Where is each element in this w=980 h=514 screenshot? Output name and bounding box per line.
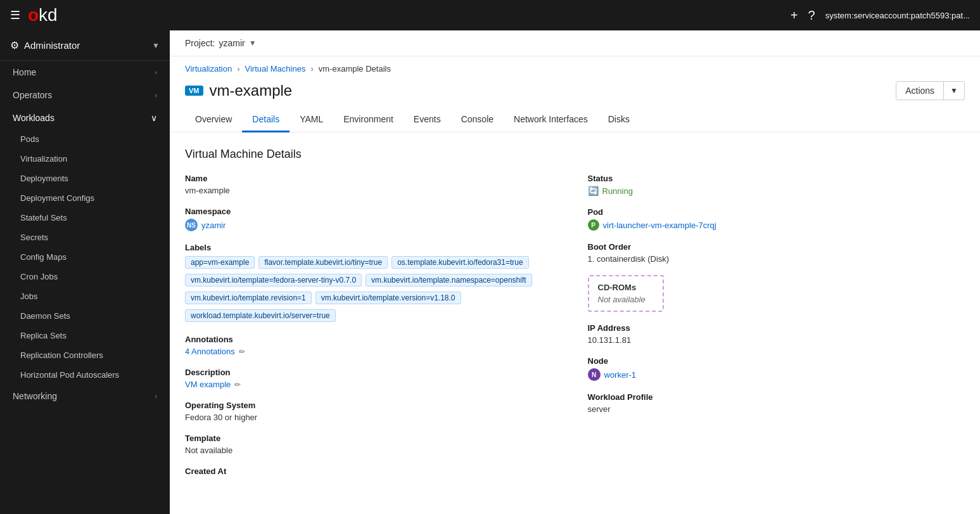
template-value: Not available [185, 446, 563, 455]
os-value: Fedora 30 or higher [185, 413, 563, 422]
admin-chevron-icon: ▼ [152, 41, 160, 50]
sidebar-item-networking[interactable]: Networking › [0, 385, 170, 408]
tab-overview[interactable]: Overview [185, 108, 242, 132]
label-tag[interactable]: vm.kubevirt.io/template.revision=1 [185, 292, 312, 304]
sidebar-item-replica-sets[interactable]: Replica Sets [0, 326, 170, 345]
actions-button[interactable]: Actions ▼ [896, 81, 965, 100]
sidebar-item-operators[interactable]: Operators › [0, 84, 170, 106]
detail-pod: Pod P virt-launcher-vm-example-7crqj [588, 207, 965, 231]
sidebar-item-deployments[interactable]: Deployments [0, 169, 170, 188]
right-column: Status 🔄 Running Pod P virt-launcher-vm-… [588, 174, 965, 487]
node-link[interactable]: worker-1 [604, 370, 637, 380]
detail-operating-system: Operating System Fedora 30 or higher [185, 401, 563, 422]
admin-icon: ⚙ [10, 39, 19, 51]
chevron-right-icon: › [155, 392, 157, 400]
actions-chevron-icon: ▼ [944, 82, 964, 99]
left-column: Name vm-example Namespace NS yzamir Labe… [185, 174, 563, 487]
namespace-icon: NS [185, 219, 198, 231]
tab-environment[interactable]: Environment [333, 108, 404, 132]
sidebar-item-workloads[interactable]: Workloads ∨ [0, 106, 170, 129]
admin-selector[interactable]: ⚙ Administrator ▼ [0, 30, 170, 61]
cd-rom-title: CD-ROMs [598, 283, 654, 292]
sidebar-item-secrets[interactable]: Secrets [0, 228, 170, 247]
sidebar-item-daemon-sets[interactable]: Daemon Sets [0, 306, 170, 326]
sidebar-item-virtualization[interactable]: Virtualization [0, 149, 170, 169]
sidebar-item-pods[interactable]: Pods [0, 129, 170, 149]
project-selector[interactable]: Project: yzamir ▼ [185, 38, 257, 48]
sidebar-label-daemon-sets: Daemon Sets [20, 311, 70, 321]
workload-profile-label: Workload Profile [588, 392, 965, 402]
description-pencil-icon: ✏ [234, 380, 241, 389]
detail-status: Status 🔄 Running [588, 174, 965, 196]
sidebar-label-home: Home [13, 67, 36, 77]
tab-events[interactable]: Events [404, 108, 451, 132]
sidebar-item-replication-controllers[interactable]: Replication Controllers [0, 345, 170, 365]
user-account[interactable]: system:serviceaccount:patch5593:pat... [825, 11, 970, 20]
namespace-value: NS yzamir [185, 219, 226, 231]
breadcrumb-virtualization[interactable]: Virtualization [185, 64, 232, 74]
sidebar-label-jobs: Jobs [20, 292, 37, 301]
detail-cd-roms: CD-ROMs Not available [588, 275, 965, 312]
namespace-link[interactable]: yzamir [201, 221, 226, 230]
help-icon[interactable]: ? [808, 8, 815, 23]
sidebar-label-deployments: Deployments [20, 174, 68, 183]
project-bar: Project: yzamir ▼ [170, 30, 980, 56]
sidebar-item-config-maps[interactable]: Config Maps [0, 247, 170, 267]
sidebar-item-cron-jobs[interactable]: Cron Jobs [0, 267, 170, 286]
breadcrumb-virtual-machines[interactable]: Virtual Machines [245, 64, 306, 74]
tab-disks[interactable]: Disks [598, 108, 640, 132]
pod-icon: P [588, 219, 599, 231]
label-tag[interactable]: vm.kubevirt.io/template.namespace=opensh… [366, 274, 531, 286]
add-icon[interactable]: + [791, 8, 798, 23]
vm-badge: VM [185, 86, 203, 96]
description-link[interactable]: VM example ✏ [185, 380, 241, 389]
pod-label: Pod [588, 207, 965, 217]
label-tag[interactable]: os.template.kubevirt.io/fedora31=true [391, 256, 528, 269]
name-label: Name [185, 174, 563, 183]
label-tag[interactable]: app=vm-example [185, 256, 255, 269]
tab-console[interactable]: Console [451, 108, 504, 132]
sidebar-label-networking: Networking [13, 391, 57, 401]
sidebar-label-stateful-sets: Stateful Sets [20, 213, 67, 222]
description-label: Description [185, 368, 563, 377]
label-tag[interactable]: workload.template.kubevirt.io/server=tru… [185, 309, 336, 322]
description-link-text: VM example [185, 380, 231, 389]
ip-address-value: 10.131.1.81 [588, 335, 965, 345]
detail-boot-order: Boot Order 1. containerdisk (Disk) [588, 242, 965, 264]
project-name: yzamir [219, 38, 245, 48]
page-title-group: VM vm-example [185, 82, 292, 100]
tab-yaml[interactable]: YAML [290, 108, 333, 132]
annotations-value: 4 Annotations ✏ [185, 347, 563, 356]
content-area: Virtual Machine Details Name vm-example … [170, 132, 980, 503]
label-tag[interactable]: flavor.template.kubevirt.io/tiny=true [258, 256, 388, 269]
sidebar-item-stateful-sets[interactable]: Stateful Sets [0, 208, 170, 228]
template-label: Template [185, 434, 563, 443]
pencil-icon: ✏ [239, 347, 245, 356]
sidebar-item-home[interactable]: Home › [0, 61, 170, 84]
section-title: Virtual Machine Details [185, 148, 965, 161]
status-text: Running [602, 186, 633, 196]
sidebar-label-replication-controllers: Replication Controllers [20, 350, 103, 360]
node-value: N worker-1 [588, 368, 637, 381]
boot-order-label: Boot Order [588, 242, 965, 252]
sidebar-label-replica-sets: Replica Sets [20, 331, 67, 340]
detail-template: Template Not available [185, 434, 563, 455]
pod-link[interactable]: P virt-launcher-vm-example-7crqj [588, 219, 965, 231]
sidebar-label-pods: Pods [20, 134, 39, 144]
tab-details[interactable]: Details [242, 108, 290, 132]
tab-network-interfaces[interactable]: Network Interfaces [504, 108, 598, 132]
detail-labels: Labels app=vm-exampleflavor.template.kub… [185, 243, 563, 323]
sidebar: ⚙ Administrator ▼ Home › Operators › Wor… [0, 30, 170, 514]
label-tag[interactable]: vm.kubevirt.io/template=fedora-server-ti… [185, 274, 362, 286]
status-label: Status [588, 174, 965, 183]
hamburger-icon[interactable]: ☰ [10, 8, 20, 22]
sidebar-item-deployment-configs[interactable]: Deployment Configs [0, 188, 170, 208]
detail-node: Node N worker-1 [588, 356, 965, 381]
description-value: VM example ✏ [185, 380, 563, 389]
chevron-right-icon: › [155, 68, 157, 76]
labels-container: app=vm-exampleflavor.template.kubevirt.i… [185, 255, 563, 323]
sidebar-item-jobs[interactable]: Jobs [0, 286, 170, 306]
label-tag[interactable]: vm.kubevirt.io/template.version=v1.18.0 [315, 292, 461, 304]
annotations-link[interactable]: 4 Annotations ✏ [185, 347, 245, 356]
sidebar-item-horizontal-pod-autoscalers[interactable]: Horizontal Pod Autoscalers [0, 365, 170, 385]
